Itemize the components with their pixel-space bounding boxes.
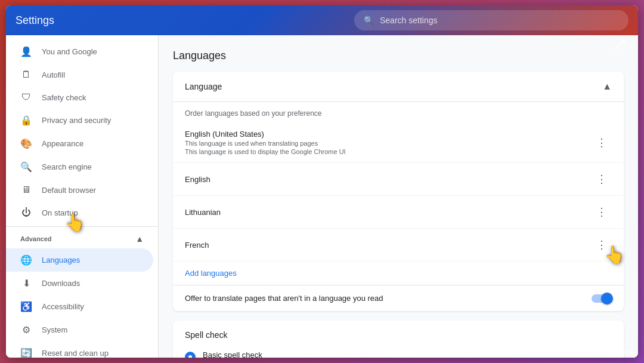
language-name-lithuanian: Lithuanian bbox=[185, 208, 221, 217]
main-content: Languages Language ▲ Order languages bas… bbox=[159, 35, 638, 358]
sidebar: 👤 You and Google 🗒 Autofill 🛡 Safety che… bbox=[6, 35, 159, 358]
add-languages-button[interactable]: Add languages bbox=[173, 262, 624, 285]
spell-check-title: Spell check bbox=[173, 321, 624, 344]
spell-check-card: Spell check Basic spell check Enhanced s… bbox=[173, 321, 624, 358]
basic-spell-label: Basic spell check bbox=[203, 350, 262, 358]
shield-icon: 🛡 bbox=[20, 92, 32, 103]
watermark: UG●FIX bbox=[607, 349, 634, 356]
lock-icon: 🔒 bbox=[20, 115, 32, 126]
sidebar-item-search-engine[interactable]: 🔍 Search engine bbox=[6, 155, 153, 179]
browser-icon: 🖥 bbox=[20, 184, 32, 195]
language-item-lithuanian: Lithuanian ⋮ bbox=[173, 196, 624, 229]
language-card-title: Language bbox=[185, 82, 222, 91]
language-card-header: Language ▲ bbox=[173, 72, 624, 102]
language-menu-french[interactable]: ⋮ bbox=[592, 236, 612, 254]
autofill-icon: 🗒 bbox=[20, 69, 32, 80]
language-desc-english-us-1: This language is used when translating p… bbox=[185, 140, 346, 147]
sidebar-item-you-and-google[interactable]: 👤 You and Google bbox=[6, 40, 153, 63]
sidebar-item-privacy-security[interactable]: 🔒 Privacy and security bbox=[6, 109, 153, 132]
translate-toggle-row: Offer to translate pages that aren't in … bbox=[173, 285, 624, 311]
language-item-english: English ⋮ bbox=[173, 163, 624, 196]
sidebar-item-on-startup[interactable]: ⏻ On startup bbox=[6, 201, 153, 224]
reset-icon: 🔄 bbox=[20, 347, 32, 358]
order-label: Order languages based on your preference bbox=[173, 102, 624, 122]
language-name-english-us: English (United States) bbox=[185, 130, 346, 139]
search-bar[interactable]: 🔍 bbox=[354, 10, 628, 30]
sidebar-item-safety-check[interactable]: 🛡 Safety check bbox=[6, 86, 153, 109]
toggle-thumb bbox=[601, 293, 613, 304]
system-icon: ⚙ bbox=[20, 324, 32, 336]
basic-spell-check-option[interactable]: Basic spell check bbox=[173, 344, 624, 358]
header: Settings 🔍 bbox=[6, 5, 638, 35]
language-menu-english[interactable]: ⋮ bbox=[592, 170, 612, 188]
search-input[interactable] bbox=[380, 16, 619, 25]
page-title: Languages bbox=[173, 50, 624, 62]
sidebar-item-downloads[interactable]: ⬇ Downloads bbox=[6, 272, 153, 295]
translate-toggle[interactable] bbox=[592, 294, 612, 303]
translate-label: Offer to translate pages that aren't in … bbox=[185, 294, 383, 303]
download-icon: ⬇ bbox=[20, 278, 32, 289]
language-info-english-us: English (United States) This language is… bbox=[185, 130, 346, 155]
startup-icon: ⏻ bbox=[20, 207, 32, 218]
sidebar-item-default-browser[interactable]: 🖥 Default browser bbox=[6, 179, 153, 201]
globe-icon: 🌐 bbox=[20, 254, 32, 266]
chevron-up-icon-2: ▲ bbox=[602, 81, 612, 92]
advanced-section-label: Advanced ▲ bbox=[6, 229, 158, 248]
sidebar-item-autofill[interactable]: 🗒 Autofill bbox=[6, 63, 153, 86]
basic-spell-radio[interactable] bbox=[185, 352, 196, 358]
sidebar-item-reset[interactable]: 🔄 Reset and clean up bbox=[6, 342, 153, 358]
language-info-french: French bbox=[185, 241, 209, 250]
appearance-icon: 🎨 bbox=[20, 138, 32, 149]
search-engine-icon: 🔍 bbox=[20, 161, 32, 173]
language-info-english: English bbox=[185, 175, 210, 184]
language-menu-lithuanian[interactable]: ⋮ bbox=[592, 203, 612, 221]
basic-spell-text: Basic spell check bbox=[203, 350, 262, 358]
language-item-french: French ⋮ bbox=[173, 229, 624, 262]
sidebar-divider bbox=[6, 226, 158, 227]
language-card: Language ▲ Order languages based on your… bbox=[173, 72, 624, 311]
sidebar-item-accessibility[interactable]: ♿ Accessibility bbox=[6, 295, 153, 318]
accessibility-icon: ♿ bbox=[20, 301, 32, 312]
language-name-french: French bbox=[185, 241, 209, 250]
language-info-lithuanian: Lithuanian bbox=[185, 208, 221, 217]
settings-title: Settings bbox=[16, 14, 54, 27]
person-icon: 👤 bbox=[20, 46, 32, 57]
language-menu-english-us[interactable]: ⋮ bbox=[592, 134, 612, 152]
language-name-english: English bbox=[185, 175, 210, 184]
search-icon: 🔍 bbox=[364, 16, 374, 25]
chevron-up-icon: ▲ bbox=[135, 234, 144, 244]
sidebar-item-system[interactable]: ⚙ System bbox=[6, 318, 153, 342]
language-item-english-us: English (United States) This language is… bbox=[173, 122, 624, 163]
sidebar-item-languages[interactable]: 🌐 Languages bbox=[6, 248, 153, 272]
language-desc-english-us-2: This language is used to display the Goo… bbox=[185, 148, 346, 155]
sidebar-item-appearance[interactable]: 🎨 Appearance bbox=[6, 132, 153, 155]
